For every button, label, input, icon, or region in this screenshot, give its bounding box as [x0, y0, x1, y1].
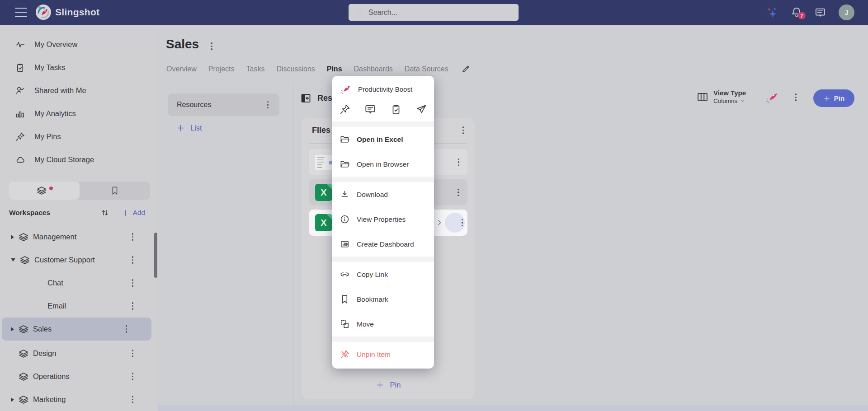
rocket-icon [340, 83, 351, 95]
tab-workspaces[interactable] [9, 182, 80, 200]
task-clipboard-icon [15, 62, 25, 73]
tab-overview[interactable]: Overview [166, 65, 197, 73]
person-check-icon [15, 85, 25, 96]
active-kebab-target[interactable] [445, 213, 465, 233]
menu-item-move[interactable]: Move [332, 312, 434, 336]
view-type-label: View Type [713, 89, 746, 97]
sort-icon[interactable] [100, 208, 110, 218]
rocket-logo-icon [36, 5, 51, 20]
sidebar-item-my-pins[interactable]: My Pins [0, 125, 158, 148]
menu-item-view-properties[interactable]: View Properties [332, 207, 434, 232]
kebab-menu-icon[interactable] [461, 125, 466, 136]
unpin-icon [340, 349, 350, 360]
move-icon [340, 319, 350, 329]
caret-right-icon[interactable] [11, 397, 14, 402]
sidebar-item-sales[interactable]: Sales [2, 318, 151, 341]
sidebar-item-customer-support[interactable]: Customer Support [0, 248, 158, 271]
kebab-menu-icon[interactable] [456, 187, 461, 198]
plus-icon [176, 124, 185, 132]
kebab-menu-icon[interactable] [130, 348, 136, 359]
tab-pins[interactable]: Pins [327, 65, 342, 73]
pins-panel-kebab-icon[interactable] [793, 92, 798, 103]
chat-icon[interactable] [814, 6, 826, 19]
quick-send-icon[interactable] [415, 103, 427, 115]
context-menu: Productivity Boost Open in Excel Open in… [332, 76, 434, 369]
card-add-pin-button[interactable]: Pin [302, 381, 475, 389]
sidebar-item-my-cloud-storage[interactable]: My Cloud Storage [0, 148, 158, 171]
menu-item-download[interactable]: Download [332, 182, 434, 207]
kebab-menu-icon[interactable] [130, 254, 136, 266]
sidebar-item-management[interactable]: Management [0, 225, 158, 248]
sidebar-item-chat[interactable]: Chat [0, 271, 158, 294]
kebab-menu-icon[interactable] [456, 157, 462, 168]
sidebar-item-email[interactable]: Email [0, 294, 158, 318]
tab-data-sources[interactable]: Data Sources [405, 65, 448, 73]
bar-chart-icon [15, 108, 25, 119]
kebab-menu-icon[interactable] [460, 217, 465, 229]
quick-comment-icon[interactable] [364, 103, 376, 115]
tab-discussions[interactable]: Discussions [276, 65, 315, 73]
user-avatar[interactable]: J [839, 5, 854, 20]
kebab-menu-icon[interactable] [130, 394, 136, 405]
sidebar-item-my-analytics[interactable]: My Analytics [0, 102, 158, 125]
sidebar-item-design[interactable]: Design [0, 342, 158, 365]
hamburger-menu-icon[interactable] [15, 8, 27, 17]
quick-actions-row [332, 99, 434, 121]
edit-tabs-pencil-icon[interactable] [461, 65, 470, 74]
menu-item-open-in-browser[interactable]: Open in Browser [332, 152, 434, 177]
info-icon [340, 214, 350, 224]
sidebar-scrollbar[interactable] [154, 233, 157, 278]
layers-icon [18, 232, 29, 243]
menu-item-open-in-excel[interactable]: Open in Excel [332, 127, 434, 152]
columns-view-icon[interactable] [696, 91, 709, 103]
menu-item-copy-link[interactable]: Copy Link [332, 262, 434, 287]
panel-divider [293, 84, 293, 405]
horizontal-scrollbar[interactable] [158, 405, 868, 411]
menu-item-create-dashboard[interactable]: Create Dashboard [332, 232, 434, 257]
kebab-menu-icon[interactable] [265, 99, 271, 111]
pin-button[interactable]: Pin [813, 89, 854, 107]
productivity-rocket-icon[interactable] [765, 90, 778, 104]
resources-list-header[interactable]: Resources [168, 93, 279, 116]
dashboard-icon [340, 239, 350, 249]
kebab-menu-icon[interactable] [130, 277, 136, 289]
excel-file-icon: X [315, 214, 332, 231]
tab-dashboards[interactable]: Dashboards [354, 65, 393, 73]
send-icon[interactable] [435, 218, 444, 227]
slingshot-logo[interactable] [36, 5, 51, 20]
kebab-menu-icon[interactable] [130, 371, 136, 382]
kebab-menu-icon[interactable] [124, 323, 129, 335]
page-tabs: Overview Projects Tasks Discussions Pins… [166, 65, 470, 74]
cloud-icon [15, 154, 25, 165]
caret-right-icon[interactable] [11, 235, 14, 239]
search-input[interactable] [368, 9, 513, 17]
caret-down-icon[interactable] [11, 258, 15, 262]
kebab-menu-icon[interactable] [130, 300, 136, 312]
quick-task-icon[interactable] [390, 103, 402, 115]
caret-right-icon[interactable] [11, 327, 14, 332]
sidebar-item-my-overview[interactable]: My Overview [0, 33, 158, 56]
kebab-menu-icon[interactable] [130, 231, 136, 243]
tab-tasks[interactable]: Tasks [246, 65, 264, 73]
quick-pin-icon[interactable] [339, 103, 351, 115]
plus-icon [376, 381, 384, 389]
sidebar-item-operations[interactable]: Operations [0, 365, 158, 388]
add-list-button[interactable]: List [176, 124, 202, 132]
search-bar[interactable] [349, 4, 519, 21]
sidebar-item-marketing[interactable]: Marketing [0, 388, 158, 411]
tab-bookmarks[interactable] [80, 182, 150, 200]
download-icon [340, 189, 350, 200]
collapse-panel-icon[interactable] [300, 92, 312, 104]
tab-projects[interactable]: Projects [208, 65, 235, 73]
view-type-select[interactable]: Columns [713, 98, 745, 104]
plus-icon [823, 95, 830, 102]
unread-dot [49, 187, 53, 190]
sidebar-item-shared-with-me[interactable]: Shared with Me [0, 79, 158, 102]
ai-sparkle-icon[interactable] [765, 6, 778, 19]
add-workspace-button[interactable]: Add [122, 209, 145, 217]
menu-item-bookmark[interactable]: Bookmark [332, 287, 434, 312]
sidebar-item-my-tasks[interactable]: My Tasks [0, 56, 158, 79]
menu-item-unpin-item[interactable]: Unpin Item [332, 342, 434, 367]
workspaces-header: Workspaces Add [0, 206, 158, 220]
page-title-kebab-icon[interactable] [209, 41, 214, 52]
